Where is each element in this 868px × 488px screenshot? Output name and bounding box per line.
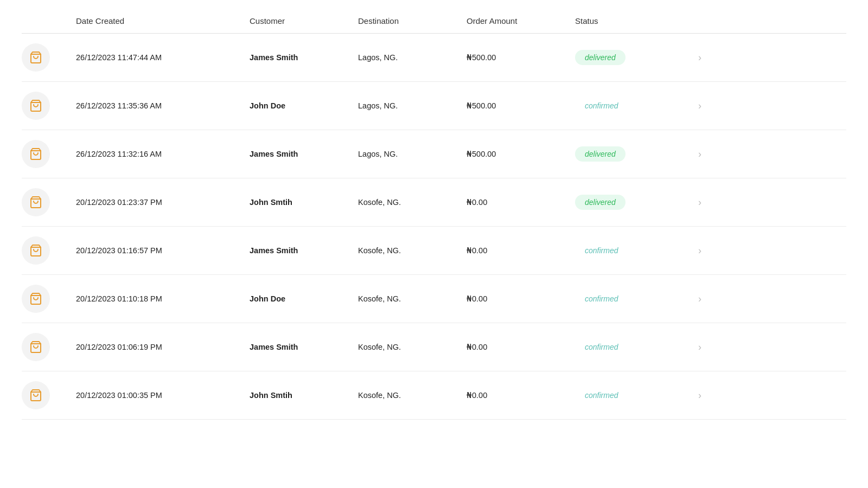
date-cell: 26/12/2023 11:35:36 AM xyxy=(76,101,250,110)
date-cell: 20/12/2023 01:00:35 PM xyxy=(76,391,250,400)
status-badge: delivered xyxy=(575,50,626,65)
customer-cell: John Smtih xyxy=(250,198,358,207)
status-cell: confirmed xyxy=(575,388,684,403)
table-row[interactable]: 26/12/2023 11:47:44 AM James Smith Lagos… xyxy=(22,34,846,82)
header-date: Date Created xyxy=(76,16,250,25)
table-row[interactable]: 20/12/2023 01:06:19 PM James Smith Kosof… xyxy=(22,323,846,371)
table-row[interactable]: 20/12/2023 01:00:35 PM John Smtih Kosofe… xyxy=(22,371,846,420)
header-status: Status xyxy=(575,16,684,25)
status-badge: delivered xyxy=(575,146,626,162)
chevron-cell: › xyxy=(684,197,716,208)
chevron-cell: › xyxy=(684,100,716,112)
status-badge: confirmed xyxy=(575,291,628,306)
cart-icon-wrap xyxy=(22,285,50,313)
chevron-right-icon: › xyxy=(698,390,701,401)
amount-cell: ₦500.00 xyxy=(467,101,575,110)
table-body: 26/12/2023 11:47:44 AM James Smith Lagos… xyxy=(22,34,846,420)
customer-cell: John Smtih xyxy=(250,391,358,400)
table-row[interactable]: 26/12/2023 11:35:36 AM John Doe Lagos, N… xyxy=(22,82,846,130)
table-row[interactable]: 20/12/2023 01:10:18 PM John Doe Kosofe, … xyxy=(22,275,846,323)
status-cell: delivered xyxy=(575,146,684,162)
destination-cell: Kosofe, NG. xyxy=(358,246,467,255)
cart-icon-wrap xyxy=(22,236,50,265)
chevron-right-icon: › xyxy=(698,342,701,353)
chevron-right-icon: › xyxy=(698,197,701,208)
date-cell: 20/12/2023 01:10:18 PM xyxy=(76,294,250,303)
date-cell: 20/12/2023 01:23:37 PM xyxy=(76,198,250,207)
status-cell: confirmed xyxy=(575,98,684,113)
cart-icon xyxy=(29,389,42,402)
cart-icon-wrap xyxy=(22,333,50,361)
chevron-cell: › xyxy=(684,52,716,63)
cart-icon-wrap xyxy=(22,188,50,216)
cart-icon-cell xyxy=(22,140,76,168)
status-badge: delivered xyxy=(575,195,626,210)
cart-icon xyxy=(29,341,42,354)
amount-cell: ₦500.00 xyxy=(467,150,575,158)
chevron-right-icon: › xyxy=(698,245,701,256)
chevron-right-icon: › xyxy=(698,100,701,112)
cart-icon xyxy=(29,99,42,112)
header-destination: Destination xyxy=(358,16,467,25)
destination-cell: Kosofe, NG. xyxy=(358,391,467,400)
cart-icon xyxy=(29,292,42,305)
amount-cell: ₦0.00 xyxy=(467,391,575,400)
cart-icon-cell xyxy=(22,188,76,216)
destination-cell: Kosofe, NG. xyxy=(358,198,467,207)
customer-cell: James Smith xyxy=(250,150,358,158)
date-cell: 26/12/2023 11:32:16 AM xyxy=(76,150,250,158)
destination-cell: Kosofe, NG. xyxy=(358,294,467,303)
destination-cell: Kosofe, NG. xyxy=(358,343,467,351)
customer-cell: James Smith xyxy=(250,53,358,62)
cart-icon xyxy=(29,196,42,209)
header-customer: Customer xyxy=(250,16,358,25)
orders-table: Date Created Customer Destination Order … xyxy=(0,0,868,431)
cart-icon-wrap xyxy=(22,43,50,72)
cart-icon-cell xyxy=(22,285,76,313)
date-cell: 20/12/2023 01:06:19 PM xyxy=(76,343,250,351)
status-badge: confirmed xyxy=(575,388,628,403)
status-cell: confirmed xyxy=(575,291,684,306)
amount-cell: ₦0.00 xyxy=(467,246,575,255)
cart-icon-cell xyxy=(22,333,76,361)
amount-cell: ₦0.00 xyxy=(467,198,575,207)
header-amount: Order Amount xyxy=(467,16,575,25)
cart-icon xyxy=(29,147,42,160)
status-cell: delivered xyxy=(575,195,684,210)
status-cell: delivered xyxy=(575,50,684,65)
cart-icon-cell xyxy=(22,236,76,265)
amount-cell: ₦500.00 xyxy=(467,53,575,62)
cart-icon-wrap xyxy=(22,140,50,168)
status-badge: confirmed xyxy=(575,243,628,258)
cart-icon-wrap xyxy=(22,381,50,409)
chevron-right-icon: › xyxy=(698,52,701,63)
chevron-cell: › xyxy=(684,245,716,256)
date-cell: 26/12/2023 11:47:44 AM xyxy=(76,53,250,62)
chevron-cell: › xyxy=(684,293,716,305)
cart-icon-cell xyxy=(22,92,76,120)
header-chevron-col xyxy=(684,16,716,25)
amount-cell: ₦0.00 xyxy=(467,343,575,351)
table-header: Date Created Customer Destination Order … xyxy=(22,11,846,34)
table-row[interactable]: 26/12/2023 11:32:16 AM James Smith Lagos… xyxy=(22,130,846,178)
table-row[interactable]: 20/12/2023 01:16:57 PM James Smith Kosof… xyxy=(22,227,846,275)
destination-cell: Lagos, NG. xyxy=(358,101,467,110)
chevron-cell: › xyxy=(684,342,716,353)
destination-cell: Lagos, NG. xyxy=(358,150,467,158)
table-row[interactable]: 20/12/2023 01:23:37 PM John Smtih Kosofe… xyxy=(22,178,846,227)
chevron-right-icon: › xyxy=(698,149,701,160)
cart-icon-wrap xyxy=(22,92,50,120)
status-badge: confirmed xyxy=(575,339,628,355)
cart-icon xyxy=(29,51,42,64)
status-cell: confirmed xyxy=(575,339,684,355)
chevron-cell: › xyxy=(684,149,716,160)
customer-cell: James Smith xyxy=(250,246,358,255)
chevron-right-icon: › xyxy=(698,293,701,305)
status-badge: confirmed xyxy=(575,98,628,113)
cart-icon xyxy=(29,244,42,257)
header-icon-col xyxy=(22,16,76,25)
cart-icon-cell xyxy=(22,43,76,72)
chevron-cell: › xyxy=(684,390,716,401)
cart-icon-cell xyxy=(22,381,76,409)
date-cell: 20/12/2023 01:16:57 PM xyxy=(76,246,250,255)
